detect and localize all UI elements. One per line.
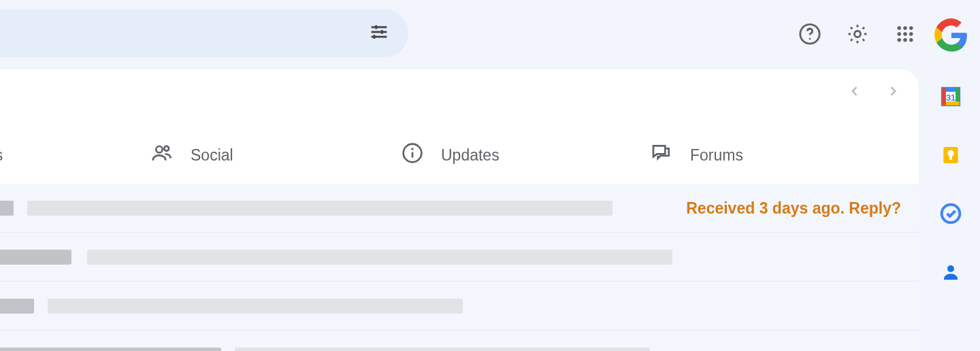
tasks-icon[interactable] (938, 201, 963, 226)
svg-point-16 (903, 38, 907, 42)
tab-updates[interactable]: Updates (402, 142, 500, 168)
message-row[interactable] (0, 331, 919, 351)
chevron-left-icon[interactable] (848, 84, 862, 101)
svg-point-10 (903, 27, 907, 31)
tab-forums[interactable]: Forums (651, 142, 743, 168)
tab-promotions[interactable]: ns (0, 146, 3, 165)
snippet-placeholder (27, 201, 612, 216)
tab-social[interactable]: Social (151, 142, 233, 168)
header-icon-group (796, 20, 919, 48)
sender-placeholder (0, 299, 34, 314)
message-list: Received 3 days ago. Reply? (0, 184, 919, 351)
side-panel: 31 (921, 68, 980, 351)
info-icon (402, 142, 423, 168)
svg-point-12 (898, 32, 902, 36)
apps-grid-icon[interactable] (892, 20, 919, 48)
pager (848, 84, 900, 101)
svg-point-17 (909, 38, 913, 42)
help-icon[interactable] (796, 20, 823, 48)
keep-icon[interactable] (938, 143, 963, 167)
snippet-placeholder (235, 348, 650, 352)
people-icon (151, 142, 173, 168)
contacts-icon[interactable] (938, 260, 963, 284)
category-tabs: ns Social Updates (0, 133, 919, 177)
main-panel: ns Social Updates (0, 69, 919, 351)
calendar-icon[interactable]: 31 (938, 84, 963, 109)
search-bar[interactable] (0, 10, 408, 57)
sender-placeholder (0, 201, 14, 216)
sender-placeholder (0, 250, 71, 265)
snippet-placeholder (48, 299, 463, 314)
svg-point-7 (809, 38, 811, 40)
message-row[interactable] (0, 282, 919, 331)
svg-point-18 (156, 146, 162, 152)
tune-icon[interactable] (368, 20, 391, 46)
tab-label: Social (191, 146, 233, 165)
svg-point-30 (947, 150, 953, 156)
nudge-text[interactable]: Received 3 days ago. Reply? (686, 199, 901, 217)
svg-rect-31 (949, 156, 952, 159)
chevron-right-icon[interactable] (886, 84, 900, 101)
svg-point-15 (898, 38, 902, 42)
svg-point-14 (909, 32, 913, 36)
message-row[interactable]: Received 3 days ago. Reply? (0, 184, 919, 233)
sender-placeholder (0, 348, 221, 352)
forum-icon (651, 142, 672, 168)
tab-label: Forums (690, 146, 743, 165)
svg-point-9 (898, 27, 902, 31)
svg-text:31: 31 (946, 93, 956, 103)
svg-point-33 (947, 265, 954, 272)
svg-point-13 (903, 32, 907, 36)
svg-point-19 (164, 146, 169, 151)
gear-icon[interactable] (844, 20, 871, 48)
google-logo[interactable] (934, 18, 969, 53)
svg-point-8 (854, 31, 860, 37)
tab-label: ns (0, 146, 3, 165)
svg-point-11 (909, 27, 913, 31)
app-header (0, 0, 980, 69)
message-row[interactable] (0, 233, 919, 282)
tab-label: Updates (441, 146, 500, 165)
svg-point-22 (411, 148, 413, 150)
snippet-placeholder (87, 250, 672, 265)
